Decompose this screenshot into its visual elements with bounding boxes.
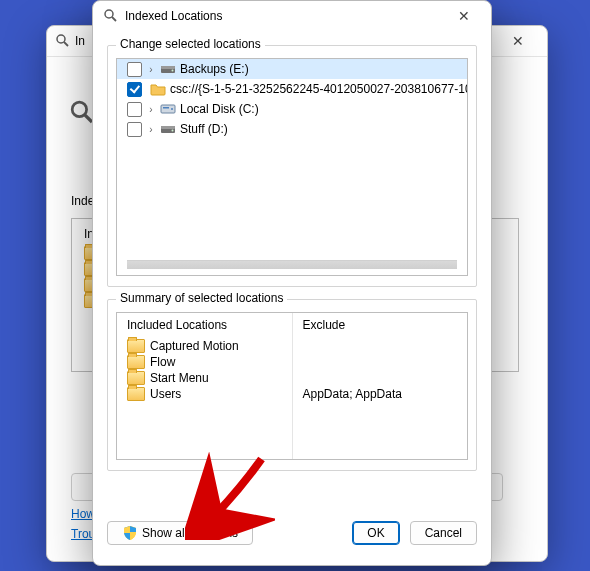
summary-group-label: Summary of selected locations bbox=[116, 291, 287, 305]
exclude-row bbox=[301, 370, 460, 386]
uac-shield-icon bbox=[122, 525, 138, 541]
ok-button[interactable]: OK bbox=[352, 521, 399, 545]
tree-row[interactable]: ›Backups (E:) bbox=[117, 59, 467, 79]
search-icon bbox=[55, 33, 71, 49]
summary-list[interactable]: Included Locations Captured MotionFlowSt… bbox=[116, 312, 468, 460]
cancel-button[interactable]: Cancel bbox=[410, 521, 477, 545]
locations-group: Change selected locations ›Backups (E:)c… bbox=[107, 45, 477, 287]
show-all-locations-label: Show all locations bbox=[142, 526, 238, 540]
bg-close-button[interactable]: ✕ bbox=[497, 27, 539, 55]
exclude-column-header: Exclude bbox=[301, 317, 460, 338]
tree-item-label: csc://{S-1-5-21-3252562245-4012050027-20… bbox=[170, 82, 468, 96]
location-checkbox[interactable] bbox=[127, 62, 142, 77]
summary-group: Summary of selected locations Included L… bbox=[107, 299, 477, 471]
location-checkbox[interactable] bbox=[127, 82, 142, 97]
exclude-label bbox=[303, 355, 306, 369]
local-icon bbox=[160, 101, 176, 117]
included-column-header: Included Locations bbox=[125, 317, 284, 338]
exclude-row: AppData; AppData bbox=[301, 386, 460, 402]
exclude-label: AppData; AppData bbox=[303, 387, 402, 401]
folder-icon bbox=[127, 371, 145, 385]
drive-icon bbox=[160, 121, 176, 137]
locations-tree[interactable]: ›Backups (E:)csc://{S-1-5-21-3252562245-… bbox=[116, 58, 468, 276]
included-label: Captured Motion bbox=[150, 339, 239, 353]
included-label: Start Menu bbox=[150, 371, 209, 385]
exclude-row bbox=[301, 354, 460, 370]
included-label: Flow bbox=[150, 355, 175, 369]
tree-item-label: Backups (E:) bbox=[180, 62, 249, 76]
search-icon bbox=[103, 8, 119, 24]
exclude-row bbox=[301, 338, 460, 354]
exclude-label bbox=[303, 339, 306, 353]
locations-group-label: Change selected locations bbox=[116, 37, 265, 51]
tree-row[interactable]: ›Local Disk (C:) bbox=[117, 99, 467, 119]
included-row[interactable]: Flow bbox=[125, 354, 284, 370]
fg-titlebar: Indexed Locations ✕ bbox=[93, 1, 491, 31]
expand-chevron-icon[interactable]: › bbox=[146, 64, 156, 75]
tree-item-label: Local Disk (C:) bbox=[180, 102, 259, 116]
drive-icon bbox=[160, 61, 176, 77]
location-checkbox[interactable] bbox=[127, 102, 142, 117]
included-label: Users bbox=[150, 387, 181, 401]
expand-chevron-icon[interactable]: › bbox=[146, 104, 156, 115]
show-all-locations-button[interactable]: Show all locations bbox=[107, 521, 253, 545]
tree-item-label: Stuff (D:) bbox=[180, 122, 228, 136]
cancel-label: Cancel bbox=[425, 526, 462, 540]
location-checkbox[interactable] bbox=[127, 122, 142, 137]
tree-row[interactable]: csc://{S-1-5-21-3252562245-4012050027-20… bbox=[117, 79, 467, 99]
exclude-label bbox=[303, 371, 306, 385]
folder-icon bbox=[127, 355, 145, 369]
folder-icon bbox=[127, 339, 145, 353]
ok-label: OK bbox=[367, 526, 384, 540]
indexed-locations-dialog: Indexed Locations ✕ Change selected loca… bbox=[92, 0, 492, 566]
included-row[interactable]: Captured Motion bbox=[125, 338, 284, 354]
included-row[interactable]: Users bbox=[125, 386, 284, 402]
fg-close-button[interactable]: ✕ bbox=[443, 3, 485, 29]
folder-icon bbox=[127, 387, 145, 401]
folder-icon bbox=[150, 81, 166, 97]
expand-chevron-icon[interactable]: › bbox=[146, 124, 156, 135]
horizontal-scrollbar[interactable] bbox=[127, 260, 457, 269]
fg-window-title: Indexed Locations bbox=[119, 9, 443, 23]
included-row[interactable]: Start Menu bbox=[125, 370, 284, 386]
tree-row[interactable]: ›Stuff (D:) bbox=[117, 119, 467, 139]
